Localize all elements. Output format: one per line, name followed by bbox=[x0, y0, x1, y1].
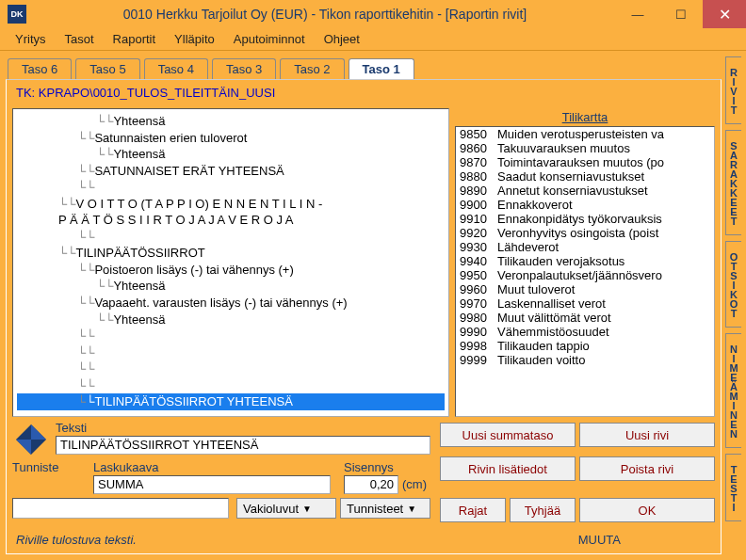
title-bar: DK 0010 Herkku Tarjoilut Oy (EUR) - Tiko… bbox=[0, 0, 746, 28]
tree-row[interactable]: └Yhteensä bbox=[17, 278, 445, 295]
chevron-down-icon: ▼ bbox=[407, 504, 416, 514]
tree-row[interactable]: └Yhteensä bbox=[17, 146, 445, 163]
account-row[interactable]: 9990Vähemmistöosuudet bbox=[456, 325, 714, 339]
account-row[interactable]: 9940Tilikauden verojaksotus bbox=[456, 254, 714, 268]
window-title: 0010 Herkku Tarjoilut Oy (EUR) - Tikon r… bbox=[34, 7, 616, 22]
sidetab-otsikot[interactable]: OTSIKOT bbox=[725, 241, 741, 328]
tree-row[interactable]: └ bbox=[17, 360, 445, 377]
sidetab-nimeaminen[interactable]: NIMEÄMINEN bbox=[725, 333, 741, 448]
tab-taso6[interactable]: Taso 6 bbox=[8, 58, 72, 79]
account-row[interactable]: 9920Veronhyvitys osingoista (poist bbox=[456, 226, 714, 240]
account-row[interactable]: 9860Takuuvarauksen muutos bbox=[456, 141, 714, 155]
tunniste-label: Tunniste bbox=[12, 460, 58, 474]
menu-yritys[interactable]: Yritys bbox=[6, 29, 56, 49]
account-row[interactable]: 9850Muiden verotusperusteisten va bbox=[456, 127, 714, 141]
status-muuta: MUUTA bbox=[578, 533, 621, 547]
chart-panel: Tilikartta 9850Muiden verotusperusteiste… bbox=[455, 108, 715, 417]
close-button[interactable]: ✕ bbox=[703, 0, 746, 28]
account-list[interactable]: 9850Muiden verotusperusteisten va9860Tak… bbox=[455, 126, 715, 417]
tree-row[interactable]: └V O I T T O (T A P P I O) E N N E N T I… bbox=[17, 196, 445, 213]
chart-header: Tilikartta bbox=[455, 108, 715, 126]
maximize-button[interactable]: ☐ bbox=[659, 0, 703, 28]
tree-row[interactable]: └Vapaaeht. varausten lisäys (-) tai vähe… bbox=[17, 295, 445, 312]
aux-input[interactable] bbox=[12, 498, 229, 519]
account-row[interactable]: 9998Tilikauden tappio bbox=[456, 339, 714, 353]
content-area: TK: KPRAPO\0010_TULOS_TILEITTÄIN_UUSI └Y… bbox=[6, 79, 722, 554]
rajat-button[interactable]: Rajat bbox=[440, 498, 506, 522]
tree-row[interactable]: └TILINPÄÄTÖSSIIRROT YHTEENSÄ bbox=[17, 393, 445, 410]
teksti-input[interactable]: TILINPÄÄTÖSSIIRROT YHTEENSÄ bbox=[56, 436, 430, 455]
tree-row[interactable]: └ bbox=[17, 344, 445, 361]
sidetab-rivit[interactable]: RIVIT bbox=[725, 56, 741, 124]
tree-row[interactable]: └Yhteensä bbox=[17, 312, 445, 328]
account-row[interactable]: 9950Veronpalautukset/jäännösvero bbox=[456, 268, 714, 282]
account-row[interactable]: 9980Muut välittömät verot bbox=[456, 311, 714, 325]
side-tabs: RIVIT SARAKKEET OTSIKOT NIMEÄMINEN TESTI bbox=[725, 56, 746, 560]
account-row[interactable]: 9900Ennakkoverot bbox=[456, 198, 714, 212]
report-tree[interactable]: └Yhteensä└Satunnaisten erien tuloverot└Y… bbox=[12, 108, 449, 417]
rivin-lisatiedot-button[interactable]: Rivin lisätiedot bbox=[440, 456, 576, 481]
menu-aputoiminnot[interactable]: Aputoiminnot bbox=[224, 29, 315, 49]
chevron-down-icon: ▼ bbox=[302, 504, 312, 514]
tab-taso3[interactable]: Taso 3 bbox=[212, 58, 276, 79]
poista-rivi-button[interactable]: Poista rivi bbox=[579, 456, 715, 481]
menu-yllapito[interactable]: Ylläpito bbox=[165, 29, 224, 49]
menu-raportit[interactable]: Raportit bbox=[104, 29, 166, 49]
tree-row[interactable]: P Ä Ä T Ö S S I I R T O J A J A V E R O … bbox=[17, 212, 445, 229]
account-row[interactable]: 9880Saadut konserniavustukset bbox=[456, 169, 714, 184]
sidetab-sarakkeet[interactable]: SARAKKEET bbox=[725, 130, 741, 235]
tree-row[interactable]: └Satunnaisten erien tuloverot bbox=[17, 130, 445, 147]
account-row[interactable]: 9890Annetut konserniavustukset bbox=[456, 184, 714, 198]
ok-button[interactable]: OK bbox=[579, 498, 715, 522]
uusi-rivi-button[interactable]: Uusi rivi bbox=[579, 423, 715, 447]
account-row[interactable]: 9910Ennakonpidätys työkorvauksis bbox=[456, 212, 714, 226]
laskukaava-input[interactable]: SUMMA bbox=[93, 475, 331, 494]
minimize-button[interactable]: — bbox=[616, 0, 659, 28]
tab-bar: Taso 6 Taso 5 Taso 4 Taso 3 Taso 2 Taso … bbox=[0, 55, 746, 79]
svg-marker-1 bbox=[31, 424, 46, 440]
sisennys-input[interactable]: 0,20 bbox=[344, 475, 398, 494]
tab-taso4[interactable]: Taso 4 bbox=[144, 58, 208, 79]
tree-row[interactable]: └SATUNNAISET ERÄT YHTEENSÄ bbox=[17, 163, 445, 180]
app-icon: DK bbox=[8, 5, 26, 24]
vakioluvut-dropdown[interactable]: Vakioluvut▼ bbox=[236, 498, 336, 519]
tunnisteet-dropdown[interactable]: Tunnisteet▼ bbox=[340, 498, 430, 519]
menu-tasot[interactable]: Tasot bbox=[56, 29, 104, 49]
sidetab-testi[interactable]: TESTI bbox=[725, 454, 741, 521]
tyhjaa-button[interactable]: Tyhjää bbox=[510, 498, 576, 522]
account-row[interactable]: 9970Laskennalliset verot bbox=[456, 296, 714, 311]
account-row[interactable]: 9999Tilikauden voitto bbox=[456, 353, 714, 367]
account-row[interactable]: 9960Muut tuloverot bbox=[456, 282, 714, 296]
menu-bar: Yritys Tasot Raportit Ylläpito Aputoimin… bbox=[0, 28, 746, 51]
account-row[interactable]: 9870Toimintavarauksen muutos (po bbox=[456, 155, 714, 169]
svg-marker-2 bbox=[16, 440, 31, 455]
tree-row[interactable]: └Yhteensä bbox=[17, 113, 445, 130]
tab-taso1[interactable]: Taso 1 bbox=[349, 58, 414, 79]
menu-ohjeet[interactable]: Ohjeet bbox=[315, 29, 369, 49]
path-bar: TK: KPRAPO\0010_TULOS_TILEITTÄIN_UUSI bbox=[12, 86, 715, 104]
tree-row[interactable]: └ bbox=[17, 377, 445, 394]
teksti-label: Teksti bbox=[56, 421, 87, 435]
tree-row[interactable]: └Poistoeron lisäys (-) tai vähennys (+) bbox=[17, 262, 445, 279]
cm-label: (cm) bbox=[402, 477, 427, 491]
laskukaava-label: Laskukaava bbox=[93, 460, 158, 474]
sisennys-label: Sisennys bbox=[344, 460, 394, 474]
tab-taso5[interactable]: Taso 5 bbox=[75, 58, 139, 79]
status-bar: Riville tulostuva teksti. MUUTA bbox=[12, 529, 715, 550]
tree-row[interactable]: └ bbox=[17, 328, 445, 344]
status-text: Riville tulostuva teksti. bbox=[16, 533, 137, 547]
tree-row[interactable]: └ bbox=[17, 179, 445, 196]
uusi-summataso-button[interactable]: Uusi summataso bbox=[440, 423, 576, 447]
tab-taso2[interactable]: Taso 2 bbox=[280, 58, 344, 79]
tree-row[interactable]: └TILINPÄÄTÖSSIIRROT bbox=[17, 245, 445, 262]
diamond-icon bbox=[16, 424, 46, 455]
account-row[interactable]: 9930Lähdeverot bbox=[456, 240, 714, 254]
tree-row[interactable]: └ bbox=[17, 229, 445, 246]
